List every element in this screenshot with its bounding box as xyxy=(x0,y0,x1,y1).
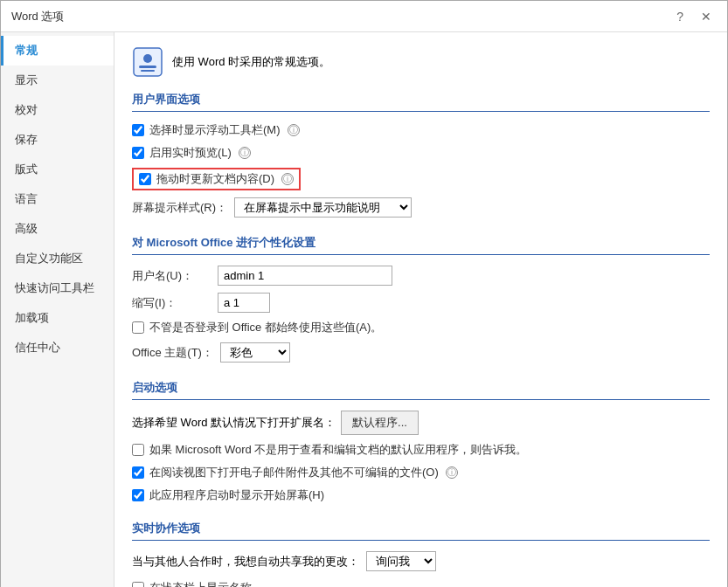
header-description: 使用 Word 时采用的常规选项。 xyxy=(172,54,330,70)
sidebar-item-general[interactable]: 常规 xyxy=(1,36,114,66)
screen-tip-label: 屏幕提示样式(R)： xyxy=(132,200,227,216)
update-doc-checkbox[interactable] xyxy=(139,173,151,185)
startup-check2-label[interactable]: 在阅读视图下打开电子邮件附件及其他不可编辑的文件(O) xyxy=(149,465,439,480)
default-ext-label: 选择希望 Word 默认情况下打开扩展名： xyxy=(132,415,336,431)
sidebar-item-trust_center[interactable]: 信任中心 xyxy=(1,333,114,363)
ui-section: 用户界面选项 选择时显示浮动工具栏(M) ⓘ 启用实时预览(L) ⓘ xyxy=(132,92,710,218)
sidebar-item-format[interactable]: 版式 xyxy=(1,155,114,184)
startup-check1-checkbox[interactable] xyxy=(132,444,144,456)
show-mini-toolbar-checkbox[interactable] xyxy=(132,124,144,136)
office-theme-select[interactable]: 彩色深灰色白色黑色 xyxy=(220,342,290,363)
initials-label: 缩写(I)： xyxy=(132,295,211,311)
update-doc-row: 拖动时更新文档内容(D) ⓘ xyxy=(132,168,710,190)
sidebar-item-customize_ribbon[interactable]: 自定义功能区 xyxy=(1,244,114,273)
status-check-checkbox[interactable] xyxy=(132,582,144,587)
screen-tip-select[interactable]: 在屏幕提示中显示功能说明不在屏幕提示中显示功能说明不显示屏幕提示 xyxy=(234,197,412,218)
settings-icon xyxy=(132,46,163,78)
live-preview-checkbox[interactable] xyxy=(132,147,144,159)
realtime-select[interactable]: 询问我始终从不 xyxy=(366,551,436,571)
startup-check2-checkbox[interactable] xyxy=(132,466,144,479)
update-doc-label[interactable]: 拖动时更新文档内容(D) xyxy=(156,171,274,187)
screen-tip-row: 屏幕提示样式(R)： 在屏幕提示中显示功能说明不在屏幕提示中显示功能说明不显示屏… xyxy=(132,197,710,218)
username-row: 用户名(U)： xyxy=(132,266,710,286)
svg-point-1 xyxy=(143,54,152,63)
status-check-label[interactable]: 在状态栏上显示名称 xyxy=(149,580,252,587)
update-doc-info-icon[interactable]: ⓘ xyxy=(281,173,294,185)
sidebar-item-quick_access[interactable]: 快速访问工具栏 xyxy=(1,273,114,303)
ui-section-title: 用户界面选项 xyxy=(132,92,710,112)
sidebar-item-language[interactable]: 语言 xyxy=(1,184,114,214)
titlebar-controls: ? ✕ xyxy=(671,8,717,25)
section-header: 使用 Word 时采用的常规选项。 xyxy=(132,46,710,78)
word-options-dialog: Word 选项 ? ✕ 常规显示校对保存版式语言高级自定义功能区快速访问工具栏加… xyxy=(0,0,728,587)
personalization-title: 对 Microsoft Office 进行个性化设置 xyxy=(132,235,710,255)
default-ext-row: 选择希望 Word 默认情况下打开扩展名： 默认程序... xyxy=(132,411,710,435)
startup-title: 启动选项 xyxy=(132,380,710,400)
sidebar-item-save[interactable]: 保存 xyxy=(1,125,114,155)
svg-rect-2 xyxy=(139,66,156,68)
live-preview-info-icon[interactable]: ⓘ xyxy=(239,147,251,159)
default-ext-button[interactable]: 默认程序... xyxy=(341,411,419,435)
sidebar-item-addins[interactable]: 加载项 xyxy=(1,303,114,333)
startup-check3-row: 此应用程序启动时显示开始屏幕(H) xyxy=(132,487,710,503)
update-doc-highlighted: 拖动时更新文档内容(D) ⓘ xyxy=(132,168,301,190)
sidebar: 常规显示校对保存版式语言高级自定义功能区快速访问工具栏加载项信任中心 xyxy=(1,32,114,587)
realtime-row: 当与其他人合作时，我想自动共享我的更改： 询问我始终从不 xyxy=(132,551,710,571)
status-check-row: 在状态栏上显示名称 xyxy=(132,580,710,587)
startup-check3-checkbox[interactable] xyxy=(132,489,144,501)
startup-check1-row: 如果 Microsoft Word 不是用于查看和编辑文档的默认应用程序，则告诉… xyxy=(132,442,710,458)
sidebar-item-advanced[interactable]: 高级 xyxy=(1,214,114,244)
close-button[interactable]: ✕ xyxy=(696,8,717,25)
realtime-title: 实时协作选项 xyxy=(132,521,710,541)
startup-check1-label[interactable]: 如果 Microsoft Word 不是用于查看和编辑文档的默认应用程序，则告诉… xyxy=(149,442,527,458)
username-input[interactable] xyxy=(218,266,392,286)
startup-check2-info-icon[interactable]: ⓘ xyxy=(446,466,458,479)
startup-check3-label[interactable]: 此应用程序启动时显示开始屏幕(H) xyxy=(149,487,324,503)
help-button[interactable]: ? xyxy=(671,8,689,25)
svg-rect-3 xyxy=(141,70,155,72)
realtime-label: 当与其他人合作时，我想自动共享我的更改： xyxy=(132,554,359,570)
sidebar-item-proofing[interactable]: 校对 xyxy=(1,95,114,125)
main-content: 使用 Word 时采用的常规选项。 用户界面选项 选择时显示浮动工具栏(M) ⓘ xyxy=(114,32,727,587)
sidebar-item-display[interactable]: 显示 xyxy=(1,66,114,95)
mini-toolbar-info-icon[interactable]: ⓘ xyxy=(288,124,300,136)
dialog-body: 常规显示校对保存版式语言高级自定义功能区快速访问工具栏加载项信任中心 使用 Wo… xyxy=(1,32,727,587)
live-preview-row: 启用实时预览(L) ⓘ xyxy=(132,145,710,161)
office-theme-label: Office 主题(T)： xyxy=(132,345,213,361)
titlebar: Word 选项 ? ✕ xyxy=(1,1,727,32)
show-mini-toolbar-label[interactable]: 选择时显示浮动工具栏(M) xyxy=(149,122,281,138)
always-use-label[interactable]: 不管是否登录到 Office 都始终使用这些值(A)。 xyxy=(149,320,382,335)
startup-check2-row: 在阅读视图下打开电子邮件附件及其他不可编辑的文件(O) ⓘ xyxy=(132,465,710,480)
username-label: 用户名(U)： xyxy=(132,268,211,284)
initials-row: 缩写(I)： xyxy=(132,293,710,313)
always-use-checkbox[interactable] xyxy=(132,321,144,334)
live-preview-label[interactable]: 启用实时预览(L) xyxy=(149,145,232,161)
initials-input[interactable] xyxy=(218,293,270,313)
show-mini-toolbar-row: 选择时显示浮动工具栏(M) ⓘ xyxy=(132,122,710,138)
office-theme-row: Office 主题(T)： 彩色深灰色白色黑色 xyxy=(132,342,710,363)
dialog-title: Word 选项 xyxy=(11,9,64,24)
always-use-row: 不管是否登录到 Office 都始终使用这些值(A)。 xyxy=(132,320,710,335)
startup-section: 启动选项 选择希望 Word 默认情况下打开扩展名： 默认程序... 如果 Mi… xyxy=(132,380,710,503)
realtime-section: 实时协作选项 当与其他人合作时，我想自动共享我的更改： 询问我始终从不 在状态栏… xyxy=(132,521,710,587)
personalization-section: 对 Microsoft Office 进行个性化设置 用户名(U)： 缩写(I)… xyxy=(132,235,710,363)
